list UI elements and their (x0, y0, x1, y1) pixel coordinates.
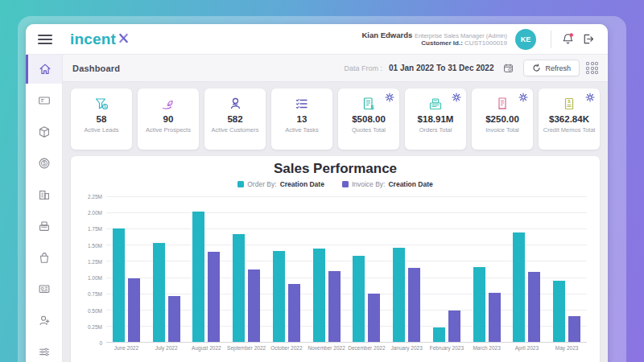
invoices-bar[interactable] (208, 252, 220, 342)
brand-logo-text: incent (70, 31, 116, 48)
header-divider (551, 31, 551, 48)
sidebar-item-billing[interactable] (26, 212, 62, 241)
x-axis-tick-label: October 2022 (266, 345, 307, 351)
sidebar-item-commissions[interactable]: $ (26, 149, 62, 178)
kpi-value: $508.00 (352, 114, 386, 124)
gear-icon[interactable] (452, 93, 461, 102)
orders-bar[interactable] (233, 234, 245, 342)
kpi-card-invoice-total[interactable]: $250.00 Invoice Total (472, 88, 533, 150)
app-window: incent Kian Edwards Enterprise Sales Man… (26, 24, 608, 362)
invoices-bar[interactable] (568, 316, 580, 342)
avatar[interactable]: KE (515, 29, 536, 50)
y-axis-tick-label: 0.25M (88, 323, 102, 329)
chart-title: Sales Performance (79, 161, 592, 177)
kpi-card-quotes-total[interactable]: $ $508.00 Quotes Total (338, 88, 399, 150)
invoices-bar[interactable] (168, 296, 180, 342)
x-axis-tick-label: November 2022 (307, 345, 347, 351)
sidebar-item-home[interactable] (26, 55, 62, 84)
subheader: Dashboard Data From : 01 Jan 2022 To 31 … (63, 55, 608, 82)
gear-icon[interactable] (585, 93, 595, 102)
refresh-label: Refresh (545, 64, 571, 72)
bar-group (386, 196, 427, 342)
notifications-bell-icon[interactable] (558, 29, 578, 49)
bar-group (307, 196, 347, 342)
kpi-card-active-leads[interactable]: $ 58 Active Leads (71, 88, 132, 150)
hamburger-menu-icon[interactable] (38, 35, 52, 44)
x-axis-tick-label: February 2023 (427, 345, 467, 351)
sidebar-item-settings[interactable] (26, 337, 62, 362)
legend-item-orders[interactable]: Order By: Creation Date (237, 180, 324, 188)
chart-y-axis: 2.25M2.00M1.75M1.50M1.25M1.00M0.75M0.50M… (79, 196, 106, 343)
orders-bar[interactable] (313, 249, 325, 342)
calendar-icon[interactable] (500, 60, 517, 76)
orders-bar[interactable] (153, 243, 165, 342)
kpi-value: $362.84K (549, 114, 589, 124)
kpi-label: Active Leads (82, 126, 122, 134)
orders-bar[interactable] (113, 228, 125, 342)
user-name: Kian Edwards (361, 31, 412, 39)
orders-bar[interactable] (473, 267, 485, 342)
bar-group (427, 196, 467, 342)
y-axis-tick-label: 2.00M (88, 210, 102, 216)
orders-bar[interactable] (273, 251, 285, 342)
sidebar-item-purchases[interactable] (26, 243, 62, 272)
kpi-cards-row: $ 58 Active Leads 90 Active Prospects (63, 82, 608, 156)
bar-group (187, 196, 227, 342)
kpi-value: 58 (97, 114, 107, 124)
invoices-bar[interactable] (248, 269, 260, 342)
kpi-label: Orders Total (417, 126, 455, 134)
orders-bar[interactable] (553, 281, 565, 342)
kpi-card-active-tasks[interactable]: 13 Active Tasks (271, 88, 332, 150)
bar-group (106, 196, 147, 342)
orders-bar[interactable] (192, 212, 204, 342)
kpi-card-credit-memos-total[interactable]: $ $362.84K Credit Memos Total (539, 88, 600, 150)
svg-text:$: $ (104, 104, 106, 109)
x-axis-tick-label: April 2023 (507, 345, 547, 351)
sidebar-item-products[interactable] (26, 117, 62, 146)
orders-bar[interactable] (353, 256, 365, 342)
user-role: Enterprise Sales Manager (Admin) (415, 32, 507, 39)
gear-icon[interactable] (385, 93, 394, 102)
orders-bar[interactable] (513, 232, 525, 342)
invoices-bar[interactable] (448, 311, 460, 342)
gear-icon[interactable] (518, 93, 528, 102)
bar-group (147, 196, 187, 342)
invoices-bar[interactable] (408, 268, 420, 343)
x-axis-tick-label: September 2022 (226, 345, 266, 351)
hand-plant-icon (160, 95, 176, 113)
x-axis-tick-label: December 2022 (347, 345, 387, 351)
y-axis-tick-label: 0 (99, 340, 102, 346)
chart-bar-groups (106, 196, 587, 342)
sidebar-item-crm[interactable] (26, 86, 62, 115)
quote-document-icon: $ (361, 95, 377, 113)
orders-bar[interactable] (393, 248, 405, 342)
brand-logo: incent (70, 31, 130, 48)
kpi-card-active-customers[interactable]: 582 Active Customers (204, 88, 266, 150)
invoices-bar[interactable] (528, 272, 540, 342)
refresh-button[interactable]: Refresh (523, 60, 580, 76)
logout-icon[interactable] (578, 29, 598, 49)
orders-register-icon (427, 95, 444, 113)
orders-bar[interactable] (433, 327, 445, 342)
invoices-bar[interactable] (128, 278, 140, 342)
dashboard-grid-icon[interactable] (586, 62, 598, 74)
invoices-bar[interactable] (328, 271, 341, 342)
y-axis-tick-label: 1.75M (88, 226, 102, 232)
date-range-value[interactable]: 01 Jan 2022 To 31 Dec 2022 (389, 64, 493, 72)
legend-swatch-invoices (342, 181, 349, 187)
sidebar-item-contracts[interactable] (26, 274, 62, 303)
chart-x-labels: June 2022July 2022August 2022September 2… (106, 345, 587, 351)
kpi-card-orders-total[interactable]: $18.91M Orders Total (405, 88, 466, 150)
invoices-bar[interactable] (368, 294, 380, 342)
brand-logo-x-icon (118, 32, 130, 44)
invoices-bar[interactable] (288, 284, 300, 342)
sidebar-item-company[interactable] (26, 180, 62, 209)
kpi-card-active-prospects[interactable]: 90 Active Prospects (138, 88, 199, 150)
svg-text:$: $ (371, 105, 374, 111)
invoices-bar[interactable] (489, 293, 501, 342)
legend-swatch-orders (237, 181, 244, 187)
sidebar-item-users[interactable] (26, 306, 62, 335)
data-from-label: Data From : (345, 64, 383, 72)
page-title: Dashboard (72, 64, 120, 73)
legend-item-invoices[interactable]: Invoice By: Creation Date (342, 180, 433, 188)
